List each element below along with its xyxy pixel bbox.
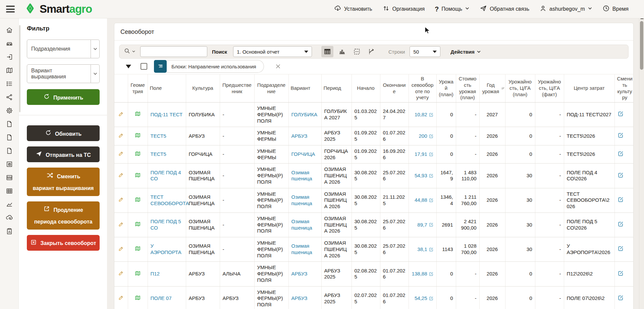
column-header-variant[interactable]: Вариант: [288, 74, 321, 103]
variant-link[interactable]: Озимая пшеница: [291, 243, 319, 256]
group-select-button[interactable]: [351, 46, 363, 57]
help-menu-item[interactable]: ? Помощь: [435, 5, 470, 13]
flow-arrow-button[interactable]: [366, 46, 378, 57]
apply-button[interactable]: Применить: [27, 89, 100, 105]
hamburger-menu-icon[interactable]: [6, 6, 15, 12]
time-menu-item[interactable]: Время: [602, 5, 629, 13]
search-options-button[interactable]: [123, 47, 136, 56]
variant-link[interactable]: Озимая пшеница: [291, 170, 319, 182]
in-rotation-link[interactable]: 89,7: [417, 222, 433, 228]
edit-row-pencil-icon[interactable]: [118, 198, 124, 203]
in-rotation-link[interactable]: 10,82: [415, 112, 434, 118]
install-menu-item[interactable]: Установить: [334, 5, 372, 13]
field-link[interactable]: ПОЛЕ ПОД 5 СО: [151, 219, 183, 231]
document-icon[interactable]: [5, 133, 14, 142]
report-select[interactable]: 1. Основной отчет: [233, 46, 312, 57]
in-rotation-link[interactable]: 138,88: [412, 271, 434, 277]
change-culture-edit-icon[interactable]: [618, 112, 624, 118]
column-header-in-rotation[interactable]: В севообороте по учету: [409, 74, 436, 103]
edit-row-pencil-icon[interactable]: [118, 223, 124, 228]
change-culture-edit-icon[interactable]: [618, 152, 624, 158]
edit-row-pencil-icon[interactable]: [118, 173, 124, 179]
chevron-down-icon[interactable]: [91, 40, 100, 58]
geometry-map-icon[interactable]: [135, 272, 141, 277]
break-checkbox[interactable]: [141, 63, 147, 70]
edit-row-pencil-icon[interactable]: [118, 112, 124, 118]
variant-link[interactable]: ГОРЧИЦА: [291, 151, 315, 158]
prolong-rotation-button[interactable]: Продление периода севооборота: [27, 201, 100, 229]
document-icon[interactable]: [5, 120, 14, 128]
edit-row-pencil-icon[interactable]: [118, 271, 124, 277]
field-link[interactable]: ТЕСТ5: [151, 151, 166, 158]
variant-link[interactable]: Озимая пшеница: [291, 194, 319, 207]
geometry-map-icon[interactable]: [135, 198, 141, 204]
frame-icon[interactable]: [5, 160, 14, 169]
column-header-yield-plan[interactable]: Урожай (план): [436, 74, 456, 103]
column-header-yield-per-ha-fact[interactable]: Урожайность, Ц/ГА (факт): [535, 74, 564, 103]
in-rotation-link[interactable]: 44,88: [415, 197, 434, 203]
variant-link[interactable]: ГОЛУБИКА: [291, 112, 318, 118]
edit-row-pencil-icon[interactable]: [118, 134, 124, 139]
rows-per-page-select[interactable]: 50: [410, 46, 440, 57]
in-rotation-link[interactable]: 200: [419, 133, 433, 139]
geometry-map-icon[interactable]: [135, 152, 141, 158]
field-link[interactable]: ПОД-11 ТЕСТ: [151, 112, 183, 118]
map-icon[interactable]: [5, 66, 14, 75]
vertical-scrollbar[interactable]: [639, 15, 644, 309]
geometry-map-icon[interactable]: [135, 296, 141, 302]
list-icon[interactable]: [5, 79, 14, 88]
field-link[interactable]: ПОЛЕ ПОД 4 СО: [151, 170, 183, 182]
change-culture-edit-icon[interactable]: [618, 198, 624, 204]
field-link[interactable]: П12: [151, 271, 160, 277]
change-culture-edit-icon[interactable]: [618, 134, 624, 139]
in-rotation-link[interactable]: 54,93: [415, 173, 434, 179]
column-header-period[interactable]: Период: [321, 74, 352, 103]
change-culture-edit-icon[interactable]: [618, 174, 624, 179]
column-header-cost-plan[interactable]: Стоимость урожая (план): [456, 74, 479, 103]
change-culture-edit-icon[interactable]: [618, 272, 624, 277]
document-icon[interactable]: [5, 146, 14, 155]
line-chart-icon[interactable]: [5, 200, 14, 209]
actions-menu-button[interactable]: Действия: [450, 49, 481, 55]
variant-link[interactable]: АРБУЗ: [291, 295, 308, 302]
edit-row-pencil-icon[interactable]: [118, 152, 124, 158]
field-link[interactable]: ТЕСТ СЕВООБОРОТА: [151, 194, 189, 207]
column-header-cost-center[interactable]: Центр затрат: [564, 74, 614, 103]
cloud-search-icon[interactable]: [5, 213, 14, 222]
vehicles-icon[interactable]: [5, 39, 14, 48]
geometry-map-icon[interactable]: [135, 112, 141, 118]
chevron-down-icon[interactable]: [91, 64, 100, 83]
change-culture-edit-icon[interactable]: [618, 223, 624, 228]
gear-icon[interactable]: [5, 106, 14, 115]
table-grid-icon[interactable]: [5, 187, 14, 195]
in-rotation-link[interactable]: 54,25: [415, 295, 434, 302]
collapse-triangle-icon[interactable]: [126, 65, 131, 68]
column-header-harvest-year[interactable]: Год урожая: [479, 74, 505, 103]
refresh-button[interactable]: Обновить: [27, 125, 100, 141]
column-header-predecessor[interactable]: Предшественник: [220, 74, 254, 103]
variant-link[interactable]: АРБУЗ: [291, 133, 308, 139]
column-header-culture[interactable]: Культура: [186, 74, 220, 103]
geometry-map-icon[interactable]: [135, 134, 141, 139]
chart-view-button[interactable]: [336, 46, 348, 57]
area-chart-icon[interactable]: [5, 173, 14, 182]
home-icon[interactable]: [5, 26, 14, 35]
geometry-map-icon[interactable]: [135, 174, 141, 179]
column-header-geometry[interactable]: Геометрия: [128, 74, 148, 103]
close-icon[interactable]: [275, 63, 281, 70]
organization-menu-item[interactable]: Организация: [382, 5, 425, 13]
edit-row-pencil-icon[interactable]: [118, 296, 124, 302]
column-header-yield-per-ha-plan[interactable]: Урожайность, Ц/ГА (план): [505, 74, 535, 103]
feedback-menu-item[interactable]: Обратная связь: [480, 5, 529, 13]
divisions-select[interactable]: Подразделения: [27, 40, 100, 58]
share-nodes-icon[interactable]: [5, 93, 14, 102]
app-logo[interactable]: Smartagro: [23, 2, 92, 16]
align-right-icon[interactable]: [154, 60, 167, 73]
close-rotation-button[interactable]: Закрыть севооборот: [27, 235, 100, 251]
change-variant-button[interactable]: Сменить вариант выращивания: [27, 168, 100, 196]
in-rotation-link[interactable]: 38,1: [417, 246, 433, 253]
column-header-end[interactable]: Окончание: [380, 74, 409, 103]
column-header-field[interactable]: Поле: [148, 74, 186, 103]
geometry-map-icon[interactable]: [135, 247, 141, 253]
break-chip-label[interactable]: Блоки: Направление использования: [167, 60, 264, 73]
